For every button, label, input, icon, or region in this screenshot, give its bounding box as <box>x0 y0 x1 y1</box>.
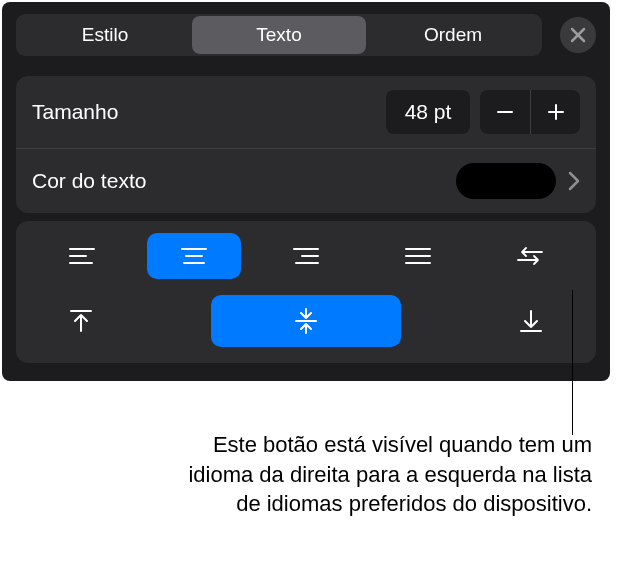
text-direction-rtl-button[interactable] <box>483 233 577 279</box>
tab-style[interactable]: Estilo <box>18 16 192 54</box>
callout-leader-line <box>572 290 573 435</box>
panel-header: Estilo Texto Ordem <box>2 2 610 68</box>
increase-size-button[interactable] <box>530 90 580 134</box>
format-panel: Estilo Texto Ordem Tamanho <box>2 2 610 381</box>
alignment-group <box>16 221 596 363</box>
decrease-size-button[interactable] <box>480 90 530 134</box>
align-middle-icon <box>292 307 320 335</box>
align-bottom-icon <box>517 307 545 335</box>
align-center-button[interactable] <box>147 233 241 279</box>
tab-text[interactable]: Texto <box>192 16 366 54</box>
plus-icon <box>546 102 566 122</box>
horizontal-alignment-row <box>16 225 596 287</box>
align-bottom-button[interactable] <box>496 295 566 347</box>
align-top-icon <box>67 307 95 335</box>
size-stepper <box>480 90 580 134</box>
chevron-right-icon <box>568 171 580 191</box>
align-center-icon <box>180 246 208 266</box>
size-row: Tamanho <box>16 76 596 148</box>
text-color-label: Cor do texto <box>32 169 456 193</box>
align-middle-button[interactable] <box>211 295 401 347</box>
align-justify-button[interactable] <box>371 233 465 279</box>
size-input[interactable] <box>386 90 470 134</box>
minus-icon <box>495 102 515 122</box>
callout-text: Este botão está visível quando tem um id… <box>182 430 592 519</box>
align-left-button[interactable] <box>35 233 129 279</box>
tab-order[interactable]: Ordem <box>366 16 540 54</box>
align-justify-icon <box>404 246 432 266</box>
color-swatch <box>456 163 556 199</box>
bidirectional-arrows-icon <box>516 246 544 266</box>
close-button[interactable] <box>560 17 596 53</box>
align-top-button[interactable] <box>46 295 116 347</box>
align-left-icon <box>68 246 96 266</box>
text-color-row[interactable]: Cor do texto <box>16 148 596 213</box>
vertical-alignment-row <box>16 287 596 359</box>
text-properties-group: Tamanho Cor do texto <box>16 76 596 213</box>
align-right-button[interactable] <box>259 233 353 279</box>
tabs-segmented-control: Estilo Texto Ordem <box>16 14 542 56</box>
size-label: Tamanho <box>32 100 386 124</box>
close-icon <box>570 27 586 43</box>
align-right-icon <box>292 246 320 266</box>
